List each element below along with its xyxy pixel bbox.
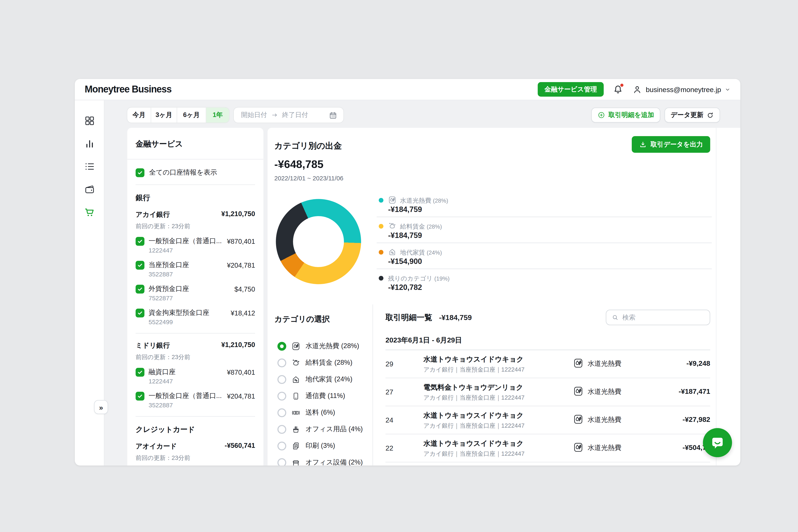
institution-row: ミドリ銀行¥1,210,750	[136, 341, 255, 350]
transaction-row[interactable]: 24 水道トウキョウスイドウキョク アカイ銀行｜当座預金口座｜1222447 水…	[385, 406, 710, 434]
arrow-right-icon	[271, 112, 278, 119]
legend-row: 水道光熱費 (28%) -¥184,759	[377, 191, 712, 217]
category-radio[interactable]	[278, 441, 286, 450]
end-date-placeholder: 終了日付	[282, 111, 308, 120]
refresh-data-button[interactable]: データ更新	[664, 108, 720, 123]
transactions-header: 取引明細一覧 -¥184,759	[385, 313, 472, 323]
category-radio[interactable]	[278, 392, 286, 400]
account-checkbox[interactable]	[136, 285, 145, 293]
export-transactions-button[interactable]: 取引データを出力	[632, 136, 710, 153]
account-row: 融資口座 ¥870,401	[136, 367, 255, 377]
category-radio[interactable]	[278, 458, 286, 466]
manage-financial-services-button[interactable]: 金融サービス管理	[538, 82, 604, 97]
category-radio[interactable]	[278, 358, 286, 367]
transaction-source: アカイ銀行｜当座預金口座｜1222447	[423, 450, 525, 458]
category-option[interactable]: 地代家賃 (24%)	[268, 371, 373, 387]
legend-label: 水道光熱費	[400, 197, 431, 204]
show-all-checkbox[interactable]	[136, 168, 145, 177]
chat-widget-button[interactable]	[703, 428, 732, 457]
search-input[interactable]	[622, 314, 704, 321]
donut-chart	[276, 199, 361, 284]
account-checkbox[interactable]	[136, 368, 145, 377]
transaction-row[interactable]: 27 電気料金トウキョウデンリョク アカイ銀行｜当座預金口座｜1222447 水…	[385, 378, 710, 406]
legend-dot	[379, 276, 384, 281]
category-option[interactable]: オフィス用品 (4%)	[268, 421, 373, 437]
transaction-day: 27	[385, 388, 393, 396]
notifications-bell-icon[interactable]	[612, 84, 624, 95]
transaction-source: アカイ銀行｜当座預金口座｜1222447	[423, 422, 525, 430]
account-checkbox[interactable]	[136, 308, 145, 317]
sidebar-item-list-icon[interactable]	[84, 161, 95, 172]
transaction-category: 水道光熱費	[588, 415, 622, 424]
date-range-label: 2022/12/01 ~ 2023/11/06	[274, 174, 343, 182]
water-energy-icon	[573, 414, 584, 425]
house-icon	[388, 248, 397, 256]
transactions-title: 取引明細一覧	[385, 313, 432, 323]
sidebar-item-dashboard-grid-icon[interactable]	[84, 115, 95, 126]
period-this-month[interactable]: 今月	[127, 108, 151, 123]
transaction-search[interactable]	[606, 310, 710, 325]
date-range-input[interactable]: 開始日付 終了日付	[234, 108, 343, 123]
category-option[interactable]: 給料賃金 (28%)	[268, 354, 373, 371]
period-1-year[interactable]: 1年	[206, 108, 229, 123]
search-icon	[612, 314, 619, 321]
transaction-day: 22	[385, 444, 393, 452]
category-option[interactable]: 印刷 (3%)	[268, 437, 373, 454]
category-radio[interactable]	[278, 425, 286, 434]
start-date-placeholder: 開始日付	[241, 111, 267, 120]
account-checkbox[interactable]	[136, 392, 145, 400]
period-6-months[interactable]: 6ヶ月	[177, 108, 206, 123]
sidebar-item-shopping-cart-icon[interactable]	[84, 207, 95, 218]
sidebar-item-wallet-icon[interactable]	[84, 184, 95, 195]
download-icon	[639, 140, 647, 148]
account-email: business@moneytree.jp	[646, 86, 721, 93]
category-option[interactable]: 水道光熱費 (28%)	[268, 338, 373, 354]
sidebar-expand-button[interactable]: »	[94, 400, 108, 414]
legend-label: 地代家賃	[400, 249, 425, 256]
bank-group-heading: 銀行	[136, 193, 255, 203]
category-select-list: 水道光熱費 (28%) 給料賃金 (28%) 地代家賃 (24%)	[268, 338, 373, 466]
legend-amount: -¥154,900	[388, 257, 422, 266]
category-option[interactable]: オフィス設備 (2%)	[268, 454, 373, 466]
category-option[interactable]: 通信費 (11%)	[268, 387, 373, 404]
category-option[interactable]: 送料 (6%)	[268, 404, 373, 421]
app-logo: Moneytree Business	[85, 84, 172, 95]
legend-amount: -¥184,759	[388, 205, 422, 214]
donut-hole	[293, 216, 344, 267]
content-area: 今月 3ヶ月 6ヶ月 1年 開始日付 終了日付 取引明細を追加	[104, 100, 740, 466]
account-checkbox[interactable]	[136, 237, 145, 246]
water-energy-icon	[573, 442, 584, 454]
category-radio-selected[interactable]	[278, 342, 286, 350]
account-checkbox[interactable]	[136, 261, 145, 269]
app-window: Moneytree Business 金融サービス管理 business@mon…	[75, 79, 740, 466]
legend-dot	[379, 250, 384, 255]
divider	[136, 333, 255, 334]
transaction-amount: -¥27,982	[682, 416, 710, 423]
account-row: 一般預金口座（普通口... ¥870,401	[136, 236, 255, 246]
print-icon	[291, 441, 301, 450]
legend-row: 残りのカテゴリ (19%) -¥120,782	[377, 269, 712, 295]
transactions-date-heading: 2023年6月1日 - 6月29日	[385, 336, 462, 345]
category-radio[interactable]	[278, 408, 286, 417]
scrollbar-gutter[interactable]	[716, 128, 740, 466]
chart-legend: 水道光熱費 (28%) -¥184,759 給料賃金 (28%) -¥184,7…	[377, 191, 712, 295]
period-3-months[interactable]: 3ヶ月	[151, 108, 177, 123]
transaction-source: アカイ銀行｜当座預金口座｜1222447	[423, 394, 525, 402]
legend-dot	[379, 224, 384, 229]
account-row: 当座預金口座 ¥204,781	[136, 260, 255, 270]
money-bag-icon	[291, 358, 301, 367]
add-transaction-button[interactable]: 取引明細を追加	[591, 108, 660, 123]
category-radio[interactable]	[278, 375, 286, 384]
account-menu[interactable]: business@moneytree.jp	[632, 84, 730, 94]
show-all-accounts-row[interactable]: 全ての口座情報を表示	[136, 168, 255, 177]
divider	[136, 185, 255, 185]
notification-dot	[620, 83, 624, 87]
sidebar-item-bar-chart-icon[interactable]	[84, 138, 95, 149]
transaction-row[interactable]: 22 水道トウキョウスイドウキョク アカイ銀行｜当座預金口座｜1222447 水…	[385, 434, 710, 462]
legend-label: 給料賃金	[400, 223, 425, 230]
transaction-day: 24	[385, 416, 393, 424]
filter-bar: 今月 3ヶ月 6ヶ月 1年 開始日付 終了日付 取引明細を追加	[127, 108, 720, 123]
transaction-row[interactable]: 29 水道トウキョウスイドウキョク アカイ銀行｜当座預金口座｜1222447 水…	[385, 350, 710, 378]
transaction-name: 電気料金トウキョウデンリョク	[423, 383, 523, 392]
plus-circle-icon	[597, 111, 605, 119]
